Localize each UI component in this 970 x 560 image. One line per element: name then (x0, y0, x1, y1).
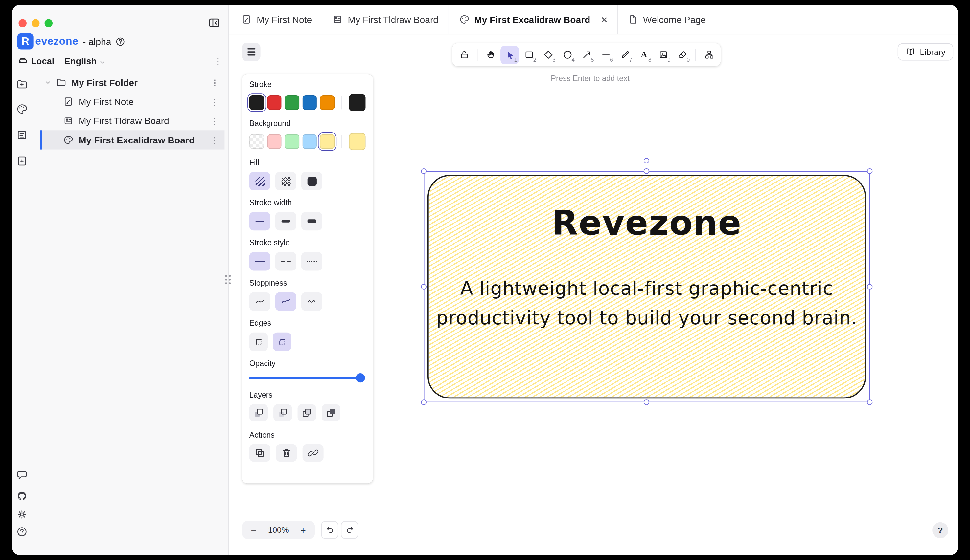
tab-welcome-page[interactable]: Welcome Page (618, 5, 716, 34)
selection-handle-w[interactable] (421, 284, 426, 290)
background-color-yellow[interactable] (320, 134, 334, 149)
edges-round-button[interactable] (273, 333, 291, 351)
stroke-width-bold-button[interactable] (275, 212, 296, 230)
draw-tool-button[interactable]: 7 (615, 45, 634, 64)
selection-handle-n[interactable] (644, 168, 649, 174)
tab-my-first-note[interactable]: My First Note (231, 5, 322, 34)
minimize-window-button[interactable] (32, 19, 39, 27)
arrow-tool-button[interactable]: 5 (577, 45, 596, 64)
stroke-color-orange[interactable] (320, 95, 334, 110)
tree-item-tldraw-board[interactable]: My First Tldraw Board ⋮ (40, 111, 224, 130)
duplicate-button[interactable] (249, 445, 271, 462)
diamond-tool-button[interactable]: 3 (539, 45, 557, 64)
selection-handle-s[interactable] (644, 400, 649, 405)
add-note-icon[interactable] (16, 155, 28, 167)
stroke-color-red[interactable] (267, 95, 281, 110)
add-tldraw-board-icon[interactable] (16, 129, 28, 141)
zoom-out-button[interactable]: − (246, 522, 262, 538)
close-tab-icon[interactable]: × (601, 15, 607, 24)
send-backward-button[interactable] (273, 404, 292, 422)
fill-solid-button[interactable] (301, 172, 322, 190)
stroke-style-solid-button[interactable] (249, 252, 271, 270)
send-to-back-button[interactable] (249, 404, 268, 422)
chevron-down-icon[interactable] (44, 78, 52, 86)
item-menu-button[interactable]: ⋮ (210, 97, 219, 106)
redo-button[interactable] (341, 521, 358, 539)
sidebar-resize-handle[interactable] (225, 275, 231, 284)
add-excalidraw-board-icon[interactable] (16, 103, 28, 115)
background-color-green[interactable] (284, 134, 299, 149)
image-tool-button[interactable]: 9 (654, 45, 672, 64)
settings-gear-icon[interactable] (16, 508, 28, 520)
eraser-tool-button[interactable]: 0 (673, 45, 691, 64)
tree-item-excalidraw-board[interactable]: My First Excalidraw Board ⋮ (40, 130, 224, 149)
bring-to-front-button[interactable] (322, 404, 340, 422)
tab-my-first-excalidraw-board[interactable]: My First Excalidraw Board × (448, 5, 618, 34)
language-selector[interactable]: English (64, 56, 97, 66)
selection-tool-button[interactable]: 1 (500, 45, 519, 64)
zoom-in-button[interactable]: + (295, 522, 311, 538)
canvas-rectangle-shape[interactable]: Revezone A lightweight local-first graph… (428, 175, 866, 399)
tree-item-note[interactable]: My First Note ⋮ (40, 92, 224, 111)
stroke-width-thin-button[interactable] (249, 212, 271, 230)
tab-my-first-tldraw-board[interactable]: My First Tldraw Board (322, 5, 448, 34)
stroke-width-extrabold-button[interactable] (301, 212, 322, 230)
rectangle-tool-button[interactable]: 2 (520, 45, 538, 64)
delete-button[interactable] (276, 445, 297, 462)
github-icon[interactable] (16, 490, 28, 502)
selection-handle-sw[interactable] (421, 400, 426, 405)
stroke-style-dotted-button[interactable] (301, 252, 322, 270)
feedback-chat-icon[interactable] (16, 469, 28, 481)
add-folder-icon[interactable] (16, 78, 28, 90)
selection-handle-nw[interactable] (421, 168, 426, 174)
menu-button[interactable] (242, 43, 260, 61)
close-window-button[interactable] (18, 19, 26, 27)
sloppiness-artist-button[interactable] (275, 292, 296, 310)
selection-handle-e[interactable] (867, 284, 873, 290)
item-menu-button[interactable]: ⋮ (210, 136, 219, 145)
folder-menu-button[interactable]: ⋮ (210, 78, 219, 87)
shape-body-text[interactable]: A lightweight local-first graphic-centri… (429, 274, 865, 333)
ellipse-tool-button[interactable]: 4 (558, 45, 576, 64)
item-menu-button[interactable]: ⋮ (210, 117, 219, 125)
selection-handle-ne[interactable] (867, 168, 873, 174)
excalidraw-canvas[interactable]: 1 2 3 4 (229, 35, 958, 555)
help-circle-icon[interactable] (16, 526, 28, 538)
background-color-transparent[interactable] (249, 134, 264, 149)
zoom-level[interactable]: 100% (268, 525, 289, 534)
sloppiness-architect-button[interactable] (249, 292, 271, 310)
stroke-color-blue[interactable] (302, 95, 317, 110)
bring-forward-button[interactable] (298, 404, 316, 422)
background-color-blue[interactable] (302, 134, 317, 149)
sloppiness-cartoonist-button[interactable] (301, 292, 322, 310)
stroke-current-color[interactable] (349, 94, 366, 111)
stroke-style-dashed-button[interactable] (275, 252, 296, 270)
shape-title-text[interactable]: Revezone (429, 203, 865, 243)
edges-sharp-button[interactable] (249, 333, 268, 351)
text-tool-button[interactable]: A 8 (635, 45, 653, 64)
collapse-sidebar-button[interactable] (206, 15, 222, 31)
line-tool-button[interactable]: 6 (596, 45, 615, 64)
background-current-color[interactable] (349, 133, 366, 150)
hand-tool-button[interactable] (482, 45, 500, 64)
library-button[interactable]: Library (898, 43, 953, 61)
more-shapes-button[interactable] (699, 45, 718, 64)
create-link-button[interactable] (303, 445, 324, 462)
background-color-pink[interactable] (267, 134, 281, 149)
opacity-slider[interactable] (249, 373, 365, 382)
stroke-color-green[interactable] (284, 95, 299, 110)
fill-crosshatch-button[interactable] (275, 172, 296, 190)
selection-handle-se[interactable] (867, 400, 873, 405)
stroke-color-black[interactable] (249, 95, 264, 110)
opacity-slider-track[interactable] (249, 377, 365, 379)
opacity-slider-knob[interactable] (356, 373, 365, 382)
rotation-handle[interactable] (644, 158, 649, 163)
canvas-help-button[interactable]: ? (932, 522, 948, 538)
sidebar-menu-button[interactable]: ⋮ (214, 57, 222, 65)
fill-hachure-button[interactable] (249, 172, 271, 190)
tree-folder-row[interactable]: My First Folder ⋮ (40, 73, 224, 92)
zoom-window-button[interactable] (45, 19, 53, 27)
about-help-icon[interactable] (115, 36, 125, 47)
lock-tool-button[interactable] (455, 45, 473, 64)
undo-button[interactable] (321, 521, 338, 539)
